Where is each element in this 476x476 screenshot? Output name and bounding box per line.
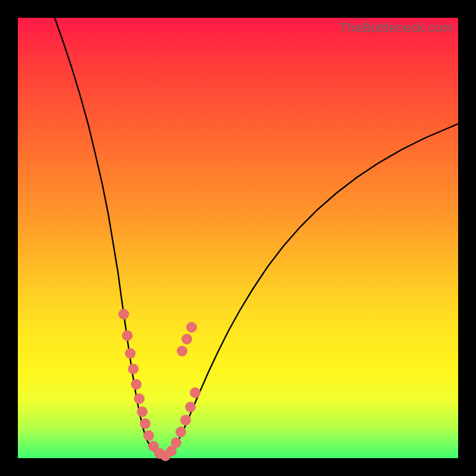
data-dot — [186, 322, 197, 333]
data-dots — [118, 309, 201, 461]
left-branch — [55, 18, 163, 457]
data-dot — [128, 364, 139, 374]
data-dot — [125, 348, 136, 359]
plot-area: TheBottleneck.com — [18, 18, 458, 458]
data-dot — [185, 402, 196, 412]
data-dot — [190, 387, 201, 398]
data-dot — [137, 406, 148, 417]
data-dot — [181, 334, 192, 345]
data-dot — [131, 379, 142, 390]
chart-frame: TheBottleneck.com — [0, 0, 476, 476]
data-dot — [180, 415, 191, 425]
data-dot — [140, 418, 151, 429]
data-dot — [176, 427, 186, 437]
right-branch — [163, 124, 458, 457]
data-dot — [134, 393, 145, 404]
data-dot — [177, 346, 187, 356]
data-dot — [118, 309, 129, 320]
data-dot — [171, 437, 181, 448]
data-dot — [122, 330, 133, 341]
data-dot — [143, 430, 154, 441]
curve-layer — [18, 18, 458, 458]
